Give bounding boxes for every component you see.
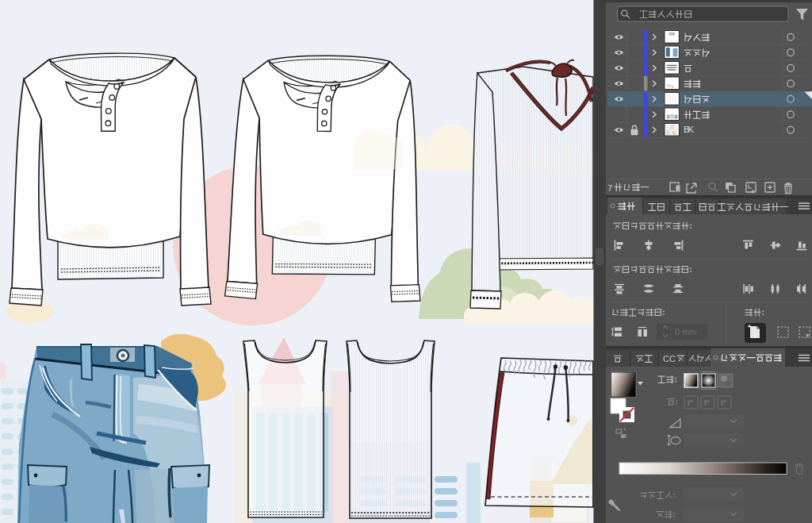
svg-text:K: K: [688, 125, 695, 134]
svg-text:0 mm: 0 mm: [675, 327, 697, 336]
svg-text:CC: CC: [663, 354, 676, 363]
svg-text:7: 7: [607, 183, 612, 193]
